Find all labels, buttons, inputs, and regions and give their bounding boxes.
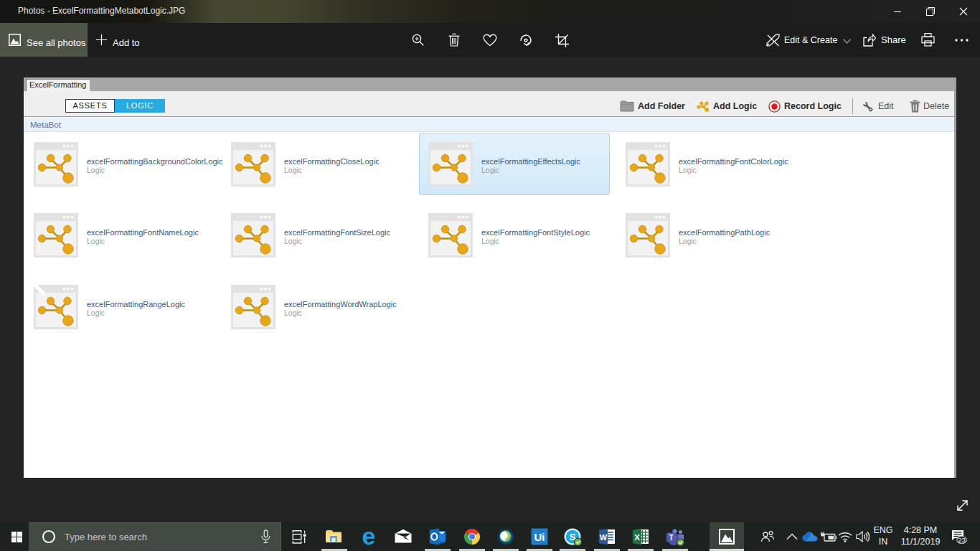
svg-text:W: W [600, 533, 608, 542]
svg-text:X: X [634, 533, 640, 542]
svg-text:23: 23 [958, 536, 966, 544]
svg-text:T: T [669, 534, 673, 542]
svg-text:Ui: Ui [534, 531, 545, 543]
